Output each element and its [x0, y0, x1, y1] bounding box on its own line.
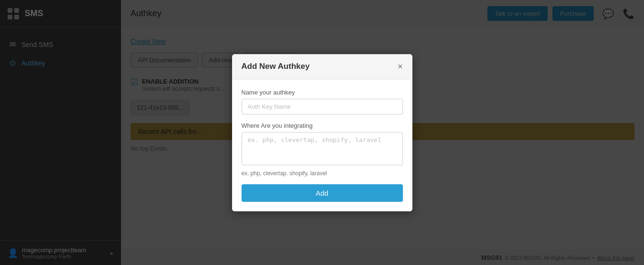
add-authkey-modal: Add New Authkey × Name your authkey Wher…: [232, 54, 412, 211]
integration-label: Where Are you integrating: [242, 122, 403, 129]
modal-header: Add New Authkey ×: [232, 54, 412, 79]
modal-body: Name your authkey Where Are you integrat…: [232, 79, 412, 211]
modal-title: Add New Authkey: [242, 62, 310, 71]
authkey-name-input[interactable]: [242, 99, 403, 114]
modal-close-button[interactable]: ×: [398, 62, 403, 71]
authkey-name-label: Name your authkey: [242, 89, 403, 96]
integration-textarea[interactable]: [242, 132, 403, 165]
modal-overlay: Add New Authkey × Name your authkey Wher…: [0, 0, 644, 265]
add-authkey-button[interactable]: Add: [242, 184, 403, 202]
integration-hint: ex. php, clevertap. shopify, laravel: [242, 170, 403, 177]
